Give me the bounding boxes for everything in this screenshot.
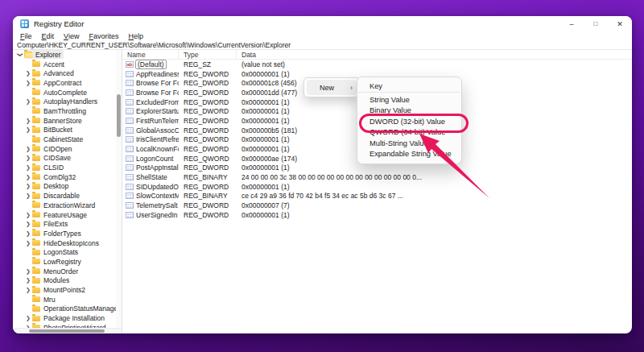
column-header-type[interactable]: Type <box>179 50 237 59</box>
tree-item-logonstats[interactable]: LogonStats <box>13 247 122 257</box>
menu-help[interactable]: Help <box>123 32 148 40</box>
window-title: Registry Editor <box>34 19 84 28</box>
value-row-postappinstallta[interactable]: PostAppInstallTa...REG_DWORD0x00000001 (… <box>122 164 632 173</box>
chevron-collapsed-icon[interactable]: ❯ <box>24 267 32 275</box>
submenu-item-expandable-string-value[interactable]: Expandable String Value <box>357 148 461 159</box>
tree-item-explorer[interactable]: ❯Explorer <box>13 50 122 60</box>
tree-item-operationstatusmanager[interactable]: OperationStatusManager <box>13 304 122 314</box>
chevron-collapsed-icon[interactable]: ❯ <box>24 230 32 238</box>
folder-icon <box>32 230 40 236</box>
menu-view[interactable]: View <box>59 32 84 40</box>
value-type: REG_DWORD <box>179 117 237 125</box>
column-header-data[interactable]: Data <box>237 50 632 59</box>
tree-item-label: Explorer <box>35 51 61 59</box>
chevron-collapsed-icon[interactable]: ❯ <box>24 286 32 294</box>
chevron-collapsed-icon[interactable]: ❯ <box>24 164 32 172</box>
tree-item-cabinetstate[interactable]: CabinetState <box>13 135 122 144</box>
chevron-collapsed-icon[interactable]: ❯ <box>24 220 32 228</box>
chevron-collapsed-icon[interactable]: ❯ <box>24 79 32 87</box>
chevron-collapsed-icon[interactable]: ❯ <box>24 145 32 153</box>
menu-favorites[interactable]: Favorites <box>84 32 123 40</box>
folder-icon <box>32 222 40 227</box>
tree-item-accent[interactable]: Accent <box>13 60 122 69</box>
column-header-name[interactable]: Name <box>122 50 179 59</box>
chevron-collapsed-icon[interactable]: ❯ <box>24 211 32 219</box>
tree-item-autoplayhandlers[interactable]: ❯AutoplayHandlers <box>13 97 122 106</box>
chevron-collapsed-icon[interactable]: ❯ <box>24 182 32 190</box>
value-name: LocalKnownFold... <box>136 145 179 153</box>
tree-item-label: Desktop <box>43 182 68 190</box>
tree-item-label: Advanced <box>43 69 74 77</box>
submenu-item-string-value[interactable]: String Value <box>357 94 461 105</box>
submenu-item-dword-32-bit-value[interactable]: DWORD (32-bit) Value <box>357 116 461 126</box>
tree-item-featureusage[interactable]: ❯FeatureUsage <box>13 210 122 220</box>
value-data: ce c4 29 a9 36 fd 70 42 b4 f5 34 ec ac 5… <box>237 192 632 200</box>
tree-item-desktop[interactable]: ❯Desktop <box>13 182 122 192</box>
folder-icon <box>32 193 40 199</box>
value-row-sidupdatedonli[interactable]: SIDUpdatedOnLi...REG_DWORD0x00000001 (1) <box>122 182 632 192</box>
tree-horizontal-scrollbar-thumb[interactable] <box>29 329 105 333</box>
menu-edit[interactable]: Edit <box>37 32 60 40</box>
submenu-item-key[interactable]: Key <box>357 81 461 91</box>
chevron-collapsed-icon[interactable]: ❯ <box>24 154 32 162</box>
chevron-expanded-icon[interactable]: ❯ <box>16 51 24 59</box>
minimize-icon[interactable]: – <box>559 16 584 31</box>
tree-item-advanced[interactable]: ❯Advanced <box>13 68 122 78</box>
tree-item-bamthrottling[interactable]: BamThrottling <box>13 106 122 116</box>
context-menu-item-new[interactable]: New › <box>307 80 357 95</box>
value-row-shellstate[interactable]: ShellStateREG_BINARY24 00 00 00 3c 38 00… <box>122 172 632 182</box>
value-name: GlobalAssocCha... <box>136 126 179 135</box>
title-bar[interactable]: Registry Editor – □ ✕ <box>13 16 632 31</box>
value-name: IrisClientRefresh <box>136 135 179 143</box>
chevron-collapsed-icon[interactable]: ❯ <box>24 314 32 322</box>
close-icon[interactable]: ✕ <box>608 16 632 31</box>
tree-item-bannerstore[interactable]: ❯BannerStore <box>13 116 122 126</box>
tree-item-discardable[interactable]: ❯Discardable <box>13 191 122 201</box>
tree-item-mru[interactable]: Mru <box>13 295 122 304</box>
chevron-collapsed-icon[interactable]: ❯ <box>24 69 32 77</box>
chevron-collapsed-icon[interactable]: ❯ <box>24 173 32 181</box>
tree-item-modules[interactable]: ❯Modules <box>13 276 122 286</box>
menu-file[interactable]: File <box>15 32 37 40</box>
value-row-slowcontextmen[interactable]: SlowContextMen...REG_BINARYce c4 29 a9 3… <box>122 192 632 201</box>
tree-item-hidedesktopicons[interactable]: ❯HideDesktopIcons <box>13 238 122 248</box>
chevron-collapsed-icon[interactable]: ❯ <box>24 97 32 106</box>
maximize-icon[interactable]: □ <box>584 16 608 31</box>
value-row-telemetrysalt[interactable]: TelemetrySaltREG_DWORD0x00000007 (7) <box>122 201 632 210</box>
folder-icon <box>32 127 40 133</box>
tree-item-package-installation[interactable]: ❯Package Installation <box>13 313 122 323</box>
submenu-item-qword-64-bit-value[interactable]: QWORD (64-bit) Value <box>357 127 461 138</box>
tree-item-menuorder[interactable]: ❯MenuOrder <box>13 267 122 276</box>
tree-item-label: FolderTypes <box>43 230 81 238</box>
value-name: PostAppInstallTa... <box>136 164 179 172</box>
tree-item-clsid[interactable]: ❯CLSID <box>13 163 122 172</box>
tree-item-extractionwizard[interactable]: ExtractionWizard <box>13 201 122 210</box>
value-row-usersignedin[interactable]: UserSignedInREG_DWORD0x00000001 (1) <box>122 210 632 220</box>
tree-vertical-scrollbar-thumb[interactable] <box>117 94 121 137</box>
chevron-collapsed-icon[interactable]: ❯ <box>24 126 32 134</box>
tree-item-comdlg32[interactable]: ❯ComDlg32 <box>13 172 122 182</box>
chevron-collapsed-icon[interactable]: ❯ <box>24 276 32 284</box>
value-row-default[interactable]: (Default)REG_SZ(value not set) <box>122 60 632 69</box>
tree-item-lowregistry[interactable]: LowRegistry <box>13 257 122 267</box>
value-name: ExplorerStartupTr... <box>136 107 179 115</box>
tree-item-autocomplete[interactable]: AutoComplete <box>13 88 122 97</box>
tree-item-cidsave[interactable]: ❯CIDSave <box>13 154 122 164</box>
tree-item-fileexts[interactable]: ❯FileExts <box>13 219 122 229</box>
chevron-collapsed-icon[interactable]: ❯ <box>24 192 32 200</box>
chevron-collapsed-icon[interactable]: ❯ <box>24 239 32 247</box>
tree-item-mountpoints2[interactable]: ❯MountPoints2 <box>13 285 122 295</box>
chevron-collapsed-icon[interactable]: ❯ <box>24 117 32 125</box>
submenu-item-multi-string-value[interactable]: Multi-String Value <box>357 138 461 148</box>
address-bar[interactable]: Computer\HKEY_CURRENT_USER\Software\Micr… <box>13 41 632 50</box>
folder-icon <box>32 202 40 208</box>
tree-item-cidopen[interactable]: ❯CIDOpen <box>13 144 122 154</box>
folder-icon <box>32 99 40 105</box>
registry-app-icon <box>20 19 29 28</box>
tree-item-appcontract[interactable]: ❯AppContract <box>13 78 122 88</box>
submenu-item-binary-value[interactable]: Binary Value <box>357 106 461 116</box>
tree-vertical-scrollbar[interactable] <box>116 50 122 327</box>
tree-item-foldertypes[interactable]: ❯FolderTypes <box>13 229 122 238</box>
tree-item-bitbucket[interactable]: ❯BitBucket <box>13 126 122 135</box>
folder-icon <box>32 165 40 171</box>
